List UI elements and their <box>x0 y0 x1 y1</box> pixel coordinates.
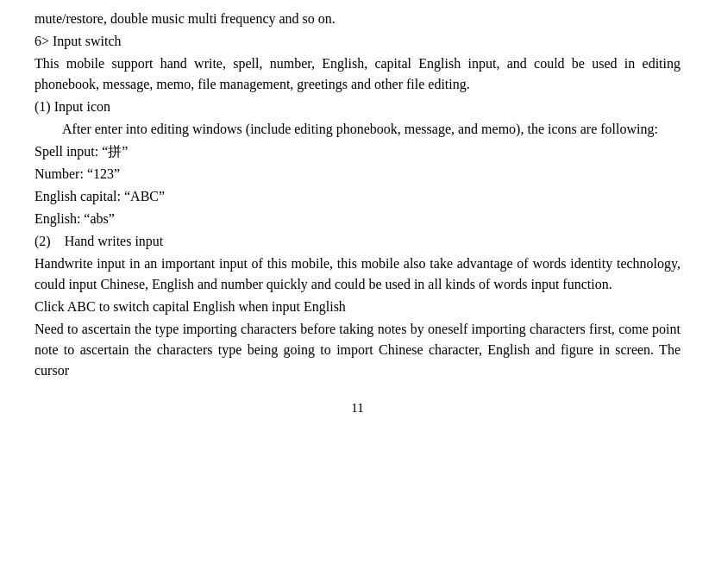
line-1: mute/restore, double music multi frequen… <box>34 9 681 29</box>
line-5: After enter into editing windows (includ… <box>34 119 681 140</box>
line-11: Handwrite input in an important input of… <box>34 253 681 295</box>
line-10: (2) Hand writes input <box>34 231 681 252</box>
line-7: Number: “123” <box>34 164 681 185</box>
line-6: Spell input: “拼” <box>34 141 681 162</box>
line-12: Click ABC to switch capital English when… <box>34 297 681 317</box>
line-8: English capital: “ABC” <box>34 186 681 207</box>
line-2: 6> Input switch <box>34 31 681 52</box>
line-13: Need to ascertain the type importing cha… <box>34 319 681 381</box>
line-4: (1) Input icon <box>34 97 681 117</box>
page-number: 11 <box>34 398 681 418</box>
line-3: This mobile support hand write, spell, n… <box>34 53 681 95</box>
page-content: mute/restore, double music multi frequen… <box>34 9 681 418</box>
line-9: English: “abs” <box>34 209 681 229</box>
